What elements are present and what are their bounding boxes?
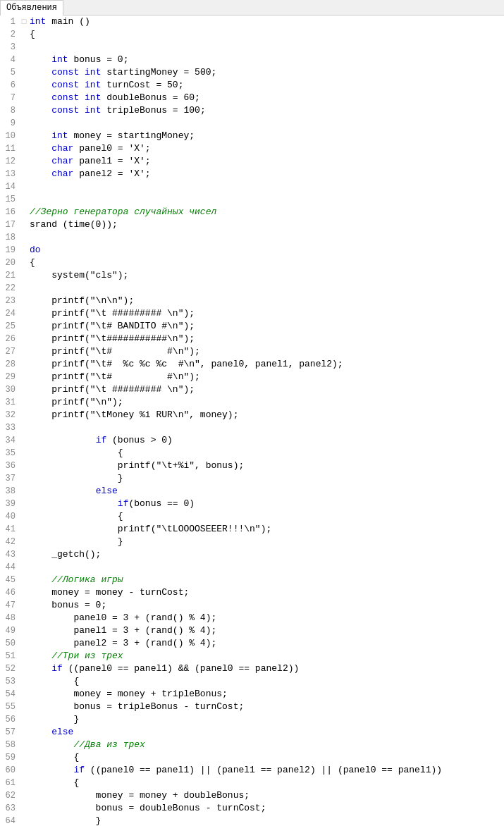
code-line: 9 bbox=[0, 117, 504, 130]
line-number: 27 bbox=[0, 345, 20, 358]
code-line: 62 money = money + doubleBonus; bbox=[0, 789, 504, 802]
line-number: 51 bbox=[0, 650, 20, 662]
line-number: 49 bbox=[0, 624, 20, 637]
line-number: 17 bbox=[0, 218, 20, 231]
code-content: panel1 = 3 + (rand() % 4); bbox=[28, 624, 216, 637]
line-number: 22 bbox=[0, 282, 20, 295]
code-content: const int doubleBonus = 60; bbox=[28, 92, 200, 104]
code-line: 48 panel0 = 3 + (rand() % 4); bbox=[0, 612, 504, 624]
code-line: 59 { bbox=[0, 751, 504, 764]
code-content: printf("\n"); bbox=[28, 396, 123, 409]
code-line: 16//Зерно генератора случайных чисел bbox=[0, 206, 504, 218]
line-number: 26 bbox=[0, 333, 20, 345]
code-content: { bbox=[28, 257, 35, 269]
code-line: 1□int main () bbox=[0, 16, 504, 28]
code-line: 14 bbox=[0, 180, 504, 193]
line-number: 44 bbox=[0, 561, 20, 574]
tab-label: Объявления bbox=[6, 3, 57, 13]
code-line: 63 bonus = doubleBonus - turnCost; bbox=[0, 802, 504, 815]
code-content: const int tripleBonus = 100; bbox=[28, 104, 206, 117]
line-number: 30 bbox=[0, 383, 20, 396]
code-line: 18 bbox=[0, 231, 504, 244]
line-number: 15 bbox=[0, 193, 20, 206]
code-line: 7 const int doubleBonus = 60; bbox=[0, 92, 504, 104]
code-line: 34 if (bonus > 0) bbox=[0, 434, 504, 447]
code-line: 4 int bonus = 0; bbox=[0, 54, 504, 66]
code-line: 20{ bbox=[0, 257, 504, 269]
line-number: 50 bbox=[0, 637, 20, 650]
fold-gutter[interactable]: □ bbox=[20, 16, 28, 28]
code-content: printf("\n\n"); bbox=[28, 295, 134, 307]
code-line: 42 } bbox=[0, 536, 504, 548]
code-content: printf("\t ######### \n"); bbox=[28, 383, 195, 396]
line-number: 60 bbox=[0, 764, 20, 777]
code-line: 13 char panel2 = 'X'; bbox=[0, 168, 504, 180]
code-line: 19do bbox=[0, 244, 504, 257]
line-number: 46 bbox=[0, 586, 20, 599]
line-number: 29 bbox=[0, 371, 20, 383]
code-content: panel0 = 3 + (rand() % 4); bbox=[28, 612, 216, 624]
line-number: 33 bbox=[0, 421, 20, 434]
code-line: 58 //Два из трех bbox=[0, 739, 504, 751]
code-line: 38 else bbox=[0, 485, 504, 498]
code-line: 53 { bbox=[0, 675, 504, 688]
code-line: 21 system("cls"); bbox=[0, 269, 504, 282]
code-content: char panel0 = 'X'; bbox=[28, 142, 151, 155]
code-content: if ((panel0 == panel1) && (panel0 == pan… bbox=[28, 662, 299, 675]
code-line: 5 const int startingMoney = 500; bbox=[0, 66, 504, 79]
line-number: 6 bbox=[0, 79, 20, 92]
code-line: 50 panel2 = 3 + (rand() % 4); bbox=[0, 637, 504, 650]
code-line: 60 if ((panel0 == panel1) || (panel1 == … bbox=[0, 764, 504, 777]
code-area: 1□int main ()2{34 int bonus = 0;5 const … bbox=[0, 16, 504, 826]
code-content: //Логика игры bbox=[28, 574, 123, 586]
line-number: 36 bbox=[0, 460, 20, 472]
code-content: //Три из трех bbox=[28, 650, 123, 662]
code-content: bonus = doubleBonus - turnCost; bbox=[28, 802, 266, 815]
code-line: 30 printf("\t ######### \n"); bbox=[0, 383, 504, 396]
line-number: 4 bbox=[0, 54, 20, 66]
code-content: printf("\tMoney %i RUR\n", money); bbox=[28, 409, 238, 421]
line-number: 42 bbox=[0, 536, 20, 548]
code-content: else bbox=[28, 726, 73, 739]
editor: Объявления 1□int main ()2{34 int bonus =… bbox=[0, 0, 504, 826]
code-content: srand (time(0)); bbox=[28, 218, 118, 231]
line-number: 19 bbox=[0, 244, 20, 257]
code-content: printf("\t# %c %c %c #\n", panel0, panel… bbox=[28, 358, 343, 371]
code-content: printf("\t# BANDITO #\n"); bbox=[28, 320, 195, 333]
line-number: 28 bbox=[0, 358, 20, 371]
line-number: 64 bbox=[0, 815, 20, 826]
code-line: 39 if(bonus == 0) bbox=[0, 498, 504, 510]
tab-announcements[interactable]: Объявления bbox=[0, 0, 63, 16]
code-line: 32 printf("\tMoney %i RUR\n", money); bbox=[0, 409, 504, 421]
code-content: printf("\t# #\n"); bbox=[28, 345, 200, 358]
line-number: 37 bbox=[0, 472, 20, 485]
code-content: money = money + tripleBonus; bbox=[28, 688, 228, 701]
line-number: 10 bbox=[0, 130, 20, 142]
line-number: 20 bbox=[0, 257, 20, 269]
line-number: 62 bbox=[0, 789, 20, 802]
line-number: 59 bbox=[0, 751, 20, 764]
code-content: } bbox=[28, 713, 79, 726]
code-content: system("cls"); bbox=[28, 269, 128, 282]
code-content: if(bonus == 0) bbox=[28, 498, 195, 510]
code-line: 52 if ((panel0 == panel1) && (panel0 == … bbox=[0, 662, 504, 675]
code-content: if ((panel0 == panel1) || (panel1 == pan… bbox=[28, 764, 442, 777]
line-number: 16 bbox=[0, 206, 20, 218]
code-content: { bbox=[28, 751, 79, 764]
code-content: { bbox=[28, 675, 79, 688]
code-line: 64 } bbox=[0, 815, 504, 826]
line-number: 12 bbox=[0, 155, 20, 168]
code-content: int money = startingMoney; bbox=[28, 130, 195, 142]
line-number: 47 bbox=[0, 599, 20, 612]
line-number: 23 bbox=[0, 295, 20, 307]
line-number: 1 bbox=[0, 16, 20, 28]
line-number: 5 bbox=[0, 66, 20, 79]
code-line: 23 printf("\n\n"); bbox=[0, 295, 504, 307]
code-line: 6 const int turnCost = 50; bbox=[0, 79, 504, 92]
code-line: 25 printf("\t# BANDITO #\n"); bbox=[0, 320, 504, 333]
code-content: { bbox=[28, 28, 35, 41]
line-number: 21 bbox=[0, 269, 20, 282]
code-content: do bbox=[28, 244, 41, 257]
code-line: 57 else bbox=[0, 726, 504, 739]
line-number: 58 bbox=[0, 739, 20, 751]
